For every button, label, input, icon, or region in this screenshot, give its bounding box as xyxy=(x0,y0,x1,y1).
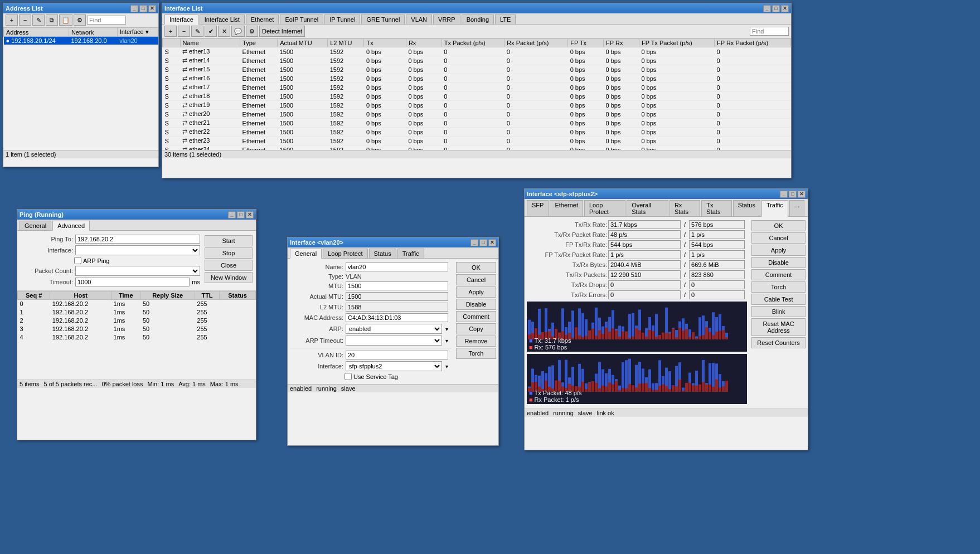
vlan-id-input[interactable] xyxy=(346,351,448,359)
copy-button[interactable]: Copy xyxy=(456,323,496,334)
vlan20-tab-loop-protect[interactable]: Loop Protect xyxy=(323,249,367,258)
interface-table-row[interactable]: S ⇄ ether13 Ethernet 1500 1592 0 bps 0 b… xyxy=(163,47,791,56)
sfp-cable-test-button[interactable]: Cable Test xyxy=(751,294,806,305)
mac-input[interactable] xyxy=(346,313,448,322)
col-address[interactable]: Address xyxy=(4,28,69,37)
sfp-disable-button[interactable]: Disable xyxy=(751,257,806,268)
tab-general[interactable]: General xyxy=(20,221,51,230)
interface-table-row[interactable]: S ⇄ ether17 Ethernet 1500 1592 0 bps 0 b… xyxy=(163,83,791,92)
minimize-btn[interactable]: _ xyxy=(780,191,788,198)
ping-col-seq-num[interactable]: Seq # xyxy=(18,291,50,300)
interface-table-row[interactable]: S ⇄ ether21 Ethernet 1500 1592 0 bps 0 b… xyxy=(163,119,791,128)
interface-select[interactable] xyxy=(75,245,200,255)
tab-bonding[interactable]: Bonding xyxy=(462,14,494,24)
sfp-comment-button[interactable]: Comment xyxy=(751,269,806,280)
tab-vrrp[interactable]: VRRP xyxy=(433,14,460,24)
packet-count-select[interactable] xyxy=(75,266,200,276)
sfp-torch-button[interactable]: Torch xyxy=(751,281,806,293)
close-btn[interactable]: ✕ xyxy=(781,5,789,12)
interface-table-row[interactable]: S ⇄ ether15 Ethernet 1500 1592 0 bps 0 b… xyxy=(163,65,791,74)
col-network[interactable]: Network xyxy=(69,28,117,37)
col-actual-mtu[interactable]: Actual MTU xyxy=(278,39,328,47)
sfp-tab-traffic[interactable]: Traffic xyxy=(761,200,788,217)
tab-ethernet[interactable]: Ethernet xyxy=(246,14,279,24)
remove-button[interactable]: Remove xyxy=(456,336,496,347)
search-input[interactable] xyxy=(750,27,789,36)
tab-ip-tunnel[interactable]: IP Tunnel xyxy=(324,14,360,24)
sfp-reset-mac-button[interactable]: Reset MAC Address xyxy=(751,318,806,336)
sfp-tab-overall-stats[interactable]: Overall Stats xyxy=(627,200,668,216)
ping-col-host[interactable]: Host xyxy=(50,291,111,300)
arp-select[interactable]: enabled disabled proxy-arp reply-only xyxy=(346,324,442,334)
col-l2-mtu[interactable]: L2 MTU xyxy=(328,39,364,47)
interface-table-row[interactable]: S ⇄ ether19 Ethernet 1500 1592 0 bps 0 b… xyxy=(163,101,791,110)
arp-timeout-select[interactable] xyxy=(346,336,442,346)
close-button[interactable]: Close xyxy=(205,260,253,271)
torch-button[interactable]: Torch xyxy=(456,348,496,359)
close-btn[interactable]: ✕ xyxy=(148,5,156,12)
sfp-cancel-button[interactable]: Cancel xyxy=(751,232,806,244)
tab-eoip-tunnel[interactable]: EoIP Tunnel xyxy=(280,14,323,24)
ping-col-ttl[interactable]: TTL xyxy=(195,291,219,300)
tab-interface-list[interactable]: Interface List xyxy=(200,14,245,24)
search-input[interactable] xyxy=(87,16,126,25)
timeout-input[interactable] xyxy=(75,278,190,286)
ping-col-status[interactable]: Status xyxy=(220,291,256,300)
interface-table-row[interactable]: S ⇄ ether22 Ethernet 1500 1592 0 bps 0 b… xyxy=(163,128,791,137)
edit-btn[interactable]: ✎ xyxy=(32,14,45,26)
tab-lte[interactable]: LTE xyxy=(495,14,516,24)
col-interface[interactable]: Interface ▾ xyxy=(117,28,158,37)
col-type[interactable]: Type xyxy=(240,39,278,47)
comment-btn[interactable]: 💬 xyxy=(231,26,245,37)
col-name[interactable]: Name xyxy=(180,39,240,47)
col-fp-tx-packet-ps[interactable]: FP Tx Packet (p/s) xyxy=(639,39,714,47)
restore-btn[interactable]: □ xyxy=(772,5,780,12)
sfp-tab-ethernet[interactable]: Ethernet xyxy=(550,200,583,216)
disable-btn[interactable]: ✕ xyxy=(218,26,230,37)
minimize-btn[interactable]: _ xyxy=(228,211,236,218)
vlan20-tab-status[interactable]: Status xyxy=(369,249,396,258)
paste-btn[interactable]: 📋 xyxy=(59,14,72,26)
sfp-tab-rx-stats[interactable]: Rx Stats xyxy=(669,200,700,216)
tab-interface[interactable]: Interface xyxy=(164,14,198,25)
add-btn[interactable]: + xyxy=(164,26,177,37)
edit-btn[interactable]: ✎ xyxy=(191,26,203,37)
detect-internet-btn[interactable]: Detect Internet xyxy=(259,26,305,37)
tab-vlan[interactable]: VLAN xyxy=(406,14,432,24)
apply-button[interactable]: Apply xyxy=(456,286,496,298)
interface-table-row[interactable]: S ⇄ ether20 Ethernet 1500 1592 0 bps 0 b… xyxy=(163,110,791,119)
sfp-tab-status[interactable]: Status xyxy=(733,200,760,216)
minimize-btn[interactable]: _ xyxy=(763,5,771,12)
col-rx-packet-ps[interactable]: Rx Packet (p/s) xyxy=(504,39,568,47)
filter-btn[interactable]: ⚙ xyxy=(74,14,86,26)
sfp-apply-button[interactable]: Apply xyxy=(751,245,806,256)
ping-to-input[interactable] xyxy=(75,235,200,244)
interface-vlan-select[interactable]: sfp-sfpplus2 xyxy=(346,361,442,371)
col-tx[interactable]: Tx xyxy=(364,39,406,47)
col-fp-tx[interactable]: FP Tx xyxy=(568,39,604,47)
ok-button[interactable]: OK xyxy=(456,262,496,273)
tab-gre-tunnel[interactable]: GRE Tunnel xyxy=(361,14,405,24)
start-button[interactable]: Start xyxy=(205,235,253,246)
close-btn[interactable]: ✕ xyxy=(246,211,254,218)
close-btn[interactable]: ✕ xyxy=(488,239,496,246)
sfp-tab-tx-stats[interactable]: Tx Stats xyxy=(701,200,731,216)
vlan20-tab-traffic[interactable]: Traffic xyxy=(397,249,424,258)
interface-table-row[interactable]: S ⇄ ether16 Ethernet 1500 1592 0 bps 0 b… xyxy=(163,74,791,83)
arp-ping-checkbox[interactable] xyxy=(74,257,81,264)
interface-table-row[interactable]: S ⇄ ether18 Ethernet 1500 1592 0 bps 0 b… xyxy=(163,92,791,101)
remove-btn[interactable]: − xyxy=(178,26,190,37)
new-window-button[interactable]: New Window xyxy=(205,272,253,283)
sfp-tab-[interactable]: ... xyxy=(789,200,804,216)
sfp-reset-counters-button[interactable]: Reset Counters xyxy=(751,337,806,348)
cancel-button[interactable]: Cancel xyxy=(456,274,496,285)
restore-btn[interactable]: □ xyxy=(479,239,487,246)
col-tx-packet-ps[interactable]: Tx Packet (p/s) xyxy=(442,39,504,47)
col-fp-rx-packet-ps[interactable]: FP Rx Packet (p/s) xyxy=(714,39,790,47)
copy-btn[interactable]: ⧉ xyxy=(46,14,58,26)
sfp-blink-button[interactable]: Blink xyxy=(751,306,806,317)
stop-button[interactable]: Stop xyxy=(205,247,253,259)
vlan20-tab-general[interactable]: General xyxy=(290,249,322,259)
interface-table-row[interactable]: S ⇄ ether14 Ethernet 1500 1592 0 bps 0 b… xyxy=(163,56,791,65)
sfp-ok-button[interactable]: OK xyxy=(751,220,806,231)
